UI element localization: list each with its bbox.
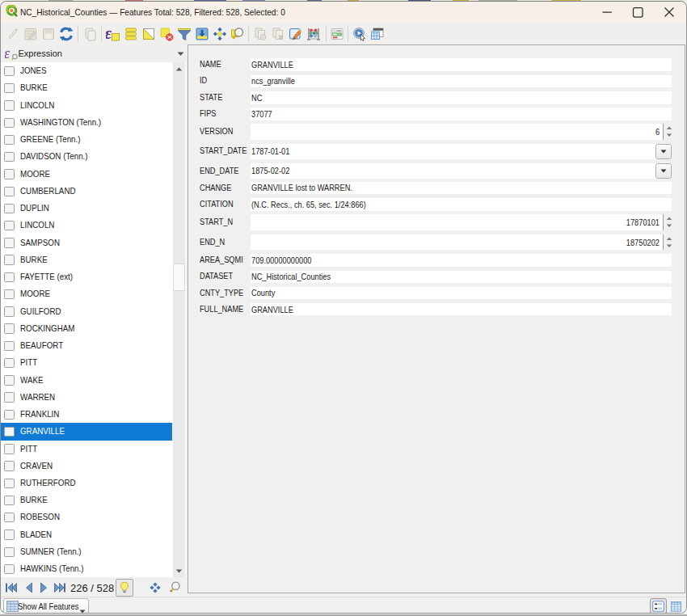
svg-text:ε: ε <box>106 27 112 41</box>
svg-text:ε: ε <box>5 47 11 61</box>
